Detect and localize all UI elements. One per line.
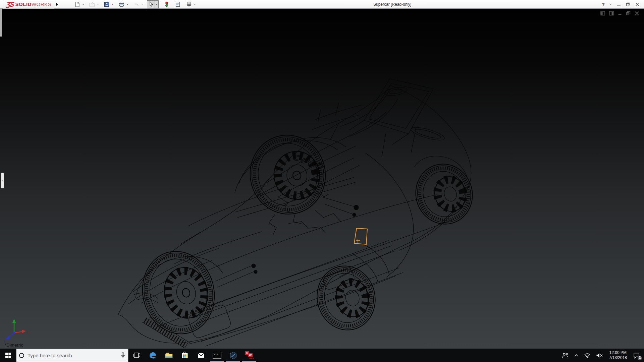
doc-close-icon[interactable]: [635, 11, 639, 16]
undo-button: [132, 0, 140, 8]
feature-panel-tab[interactable]: [1, 173, 4, 188]
wheel-front-left: [134, 244, 223, 342]
close-button[interactable]: [634, 0, 641, 9]
solidworks-logo-glyph: ƷS: [6, 0, 14, 8]
print-icon: [119, 2, 124, 7]
new-document-dropdown[interactable]: [81, 0, 85, 8]
chevron-down-icon: [82, 4, 84, 5]
new-document-button[interactable]: [73, 0, 81, 8]
undo-arrow-icon: [133, 2, 139, 7]
taskbar-app-command-prompt[interactable]: C:\_: [209, 349, 225, 362]
file-explorer-icon: [165, 352, 173, 359]
taskbar: C:\_ S W 2017 12:00 PM 7/13/2018: [0, 349, 644, 362]
taskbar-search[interactable]: [16, 349, 128, 362]
chevron-down-icon: [97, 4, 99, 5]
save-dropdown[interactable]: [111, 0, 114, 8]
restore-icon: [626, 2, 630, 6]
command-prompt-text: C:\_: [214, 353, 219, 355]
window-controls: ?: [601, 0, 641, 9]
help-button[interactable]: ?: [601, 0, 606, 9]
undo-dropdown: [140, 0, 144, 8]
hexagon-app-icon: [229, 351, 237, 360]
select-tool-dropdown[interactable]: [155, 0, 159, 8]
show-hidden-icons-button[interactable]: [572, 349, 581, 362]
notification-badge: 3: [637, 356, 642, 361]
taskbar-app-hexagon[interactable]: [225, 349, 241, 362]
panel-tab-dot-icon: [2, 180, 3, 181]
chevron-down-icon: [112, 4, 114, 5]
options-dropdown[interactable]: [193, 0, 197, 8]
sw-year: 2017: [249, 357, 254, 360]
print-button[interactable]: [117, 0, 125, 8]
chevron-down-icon: [610, 4, 612, 5]
help-label: ?: [602, 2, 605, 7]
file-properties-button[interactable]: [174, 0, 182, 8]
solidworks-logo-bold: SOLID: [15, 1, 32, 7]
volume-button[interactable]: [594, 349, 605, 362]
save-floppy-icon: [104, 2, 109, 7]
taskbar-app-edge[interactable]: [145, 349, 161, 362]
desktop: { "titlebar": { "brand": { "glyph": "ƷS"…: [0, 0, 644, 362]
titlebar: ƷS SOLIDWORKS: [0, 0, 644, 9]
open-dropdown: [96, 0, 100, 8]
clock[interactable]: 12:00 PM 7/13/2018: [606, 350, 630, 360]
taskbar-app-store[interactable]: [177, 349, 193, 362]
window-title: Supercar [Read-only]: [373, 0, 411, 9]
selection-filters-button[interactable]: [163, 0, 171, 8]
traffic-light-icon: [164, 1, 169, 7]
feature-panel-remnant: [0, 9, 2, 37]
chevron-down-icon: [141, 4, 143, 5]
minimize-button[interactable]: [615, 0, 622, 9]
taskbar-app-file-explorer[interactable]: [161, 349, 177, 362]
task-view-icon: [133, 352, 140, 359]
close-icon: [635, 2, 639, 6]
solidworks-logo-light: WORKS: [32, 1, 51, 7]
network-button[interactable]: [582, 349, 593, 362]
store-icon: [181, 352, 189, 359]
file-properties-icon: [175, 2, 180, 7]
doc-minimize-icon[interactable]: [618, 11, 622, 16]
open-button: [88, 0, 96, 8]
orientation-triad: x z: [2, 317, 31, 343]
task-view-button[interactable]: [128, 349, 145, 362]
start-button[interactable]: [0, 349, 16, 362]
print-dropdown[interactable]: [125, 0, 129, 8]
wifi-icon: [584, 353, 591, 358]
taskbar-spacer: [257, 349, 560, 362]
edge-icon: [149, 351, 157, 360]
new-document-icon: [74, 2, 80, 7]
show-pane-right-icon[interactable]: [609, 11, 614, 16]
windows-logo-icon: [5, 353, 11, 358]
flyout-triangle-icon: [56, 3, 58, 6]
mail-icon: [197, 352, 205, 359]
solidworks-menu-button[interactable]: ƷS SOLIDWORKS: [3, 0, 54, 9]
search-input[interactable]: [28, 353, 117, 358]
document-window-controls: [600, 11, 639, 16]
restore-button[interactable]: [625, 0, 632, 9]
command-prompt-icon: C:\_: [213, 352, 221, 359]
people-icon: [562, 352, 569, 358]
save-button[interactable]: [103, 0, 111, 8]
chevron-up-icon: [574, 354, 579, 357]
system-tray: 12:00 PM 7/13/2018 3: [560, 349, 644, 362]
microphone-icon[interactable]: [120, 352, 125, 359]
car-wireframe-model: [0, 9, 644, 349]
minimize-icon: [617, 2, 621, 6]
action-center-button[interactable]: 3: [631, 349, 642, 362]
selection-box: [354, 228, 367, 244]
graphics-area[interactable]: x z *Dimetric: [0, 9, 644, 349]
menu-flyout-button[interactable]: [54, 0, 60, 9]
show-pane-left-icon[interactable]: [600, 11, 605, 16]
chevron-down-icon: [156, 4, 158, 5]
people-button[interactable]: [560, 349, 571, 362]
triad-x-label: x: [27, 330, 29, 334]
select-tool-button[interactable]: [147, 0, 155, 8]
taskbar-app-mail[interactable]: [193, 349, 209, 362]
taskbar-app-solidworks[interactable]: S W 2017: [241, 349, 257, 362]
clock-time: 12:00 PM: [609, 350, 627, 355]
doc-restore-icon[interactable]: [626, 11, 631, 16]
cortana-icon: [19, 353, 24, 358]
chevron-down-icon: [126, 4, 128, 5]
help-dropdown[interactable]: [608, 0, 613, 9]
options-button[interactable]: [185, 0, 193, 8]
